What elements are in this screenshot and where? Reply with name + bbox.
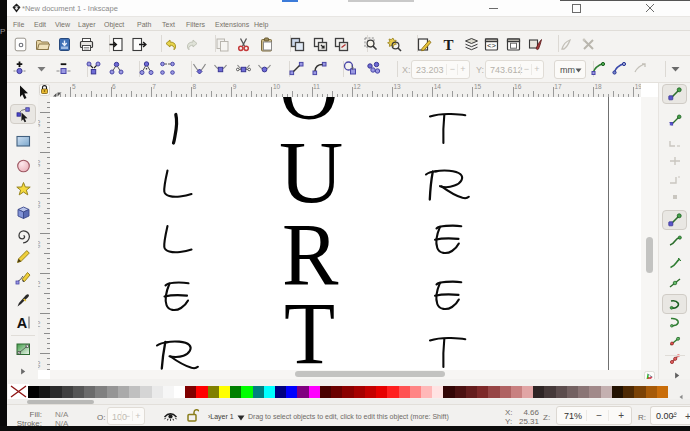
svg-text:85: 85 (38, 200, 41, 208)
svg-text:<>: <> (487, 42, 497, 50)
svg-text:95: 95 (38, 120, 41, 128)
svg-text:A: A (16, 315, 27, 331)
svg-text:75: 75 (38, 280, 41, 288)
svg-text:90: 90 (38, 160, 41, 168)
svg-text:T: T (443, 37, 453, 53)
svg-text:80: 80 (38, 240, 41, 248)
svg-text:70: 70 (38, 321, 41, 329)
svg-text:65: 65 (38, 361, 41, 369)
